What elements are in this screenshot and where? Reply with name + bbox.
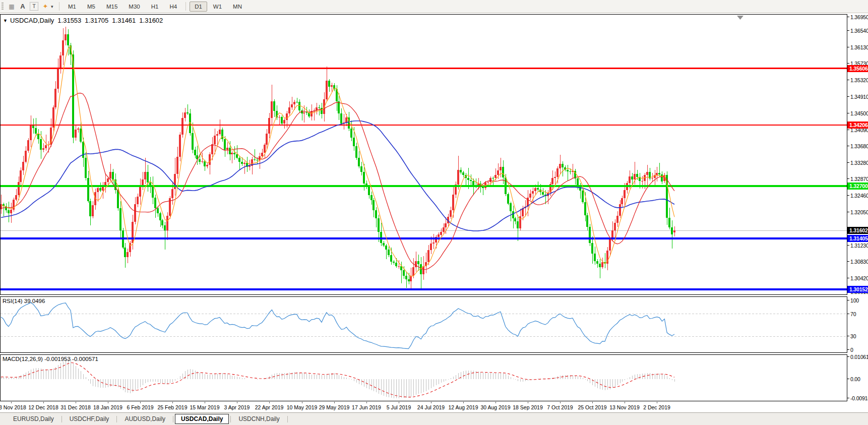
axis-tick-label: 1.36540 — [847, 28, 868, 34]
date-axis-tick — [172, 402, 173, 403]
symbol-tab-usdcad[interactable]: USDCAD,Daily — [175, 414, 229, 424]
date-axis-tick — [334, 402, 335, 403]
chart-symbol-label: USDCAD,Daily — [10, 17, 54, 24]
toolbar: ▦ A T ✦ ▾ M1M5M15M30H1H4D1W1MN — [0, 0, 868, 13]
rsi-indicator-panel[interactable] — [0, 296, 847, 353]
timeframe-button-m5[interactable]: M5 — [82, 2, 100, 12]
date-axis-label: 18 Jan 2019 — [93, 404, 122, 410]
chart-tab-bar: EURUSD,DailyUSDCHF,DailyAUDUSD,DailyUSDC… — [0, 412, 868, 425]
main-price-chart[interactable] — [0, 14, 847, 295]
date-axis-label: 5 Jul 2019 — [387, 404, 411, 410]
chart-ohlc-title: ▼USDCAD,Daily1.315531.317051.314611.3160… — [3, 17, 166, 24]
date-axis-label: 25 Oct 2019 — [578, 404, 606, 410]
axis-tick-label: 70 — [847, 311, 868, 317]
price-level-badge: 1.30152 — [847, 286, 868, 293]
price-level-badge: 1.35606 — [847, 65, 868, 72]
axis-tick-label: 0.010615 — [847, 354, 868, 360]
axis-tick-label: 1.34910 — [847, 94, 868, 100]
axis-tick-label: 1.32460 — [847, 193, 868, 199]
macd-indicator-label: MACD(12,26,9) -0.001953 -0.000571 — [3, 356, 98, 362]
date-axis-tick — [302, 402, 302, 403]
axis-tick-label: 1.30830 — [847, 259, 868, 265]
tab-separator — [230, 416, 231, 422]
symbol-tab-usdchf[interactable]: USDCHF,Daily — [64, 414, 115, 424]
axis-tick-label: 1.34500 — [847, 110, 868, 116]
date-axis-tick — [625, 402, 625, 403]
date-axis-label: 23 Nov 2018 — [0, 404, 26, 410]
date-axis-label: 18 Sep 2019 — [513, 404, 543, 410]
timeframe-button-m15[interactable]: M15 — [101, 2, 122, 12]
ohlc-high: 1.31705 — [85, 17, 108, 24]
date-axis-tick — [237, 402, 237, 403]
date-axis[interactable]: 23 Nov 201812 Dec 201831 Dec 201818 Jan … — [0, 402, 868, 412]
axis-tick-label: 100 — [847, 297, 868, 303]
price-level-badge: 1.31602 — [847, 227, 868, 234]
timeframe-button-h1[interactable]: H1 — [146, 2, 164, 12]
date-axis-tick — [11, 402, 12, 403]
date-axis-tick — [657, 402, 657, 403]
toolbar-drag-handle[interactable] — [2, 3, 4, 11]
date-axis-label: 25 Feb 2019 — [158, 404, 188, 410]
axis-tick-label: 1.35320 — [847, 77, 868, 83]
date-axis-label: 31 Dec 2018 — [60, 404, 91, 410]
date-axis-label: 3 Apr 2019 — [224, 404, 250, 410]
timeframe-button-d1[interactable]: D1 — [190, 2, 207, 12]
toolbar-separator — [185, 2, 186, 11]
date-axis-label: 24 Jul 2019 — [417, 404, 445, 410]
ohlc-low: 1.31461 — [112, 17, 136, 24]
symbol-tab-eurusd[interactable]: EURUSD,Daily — [7, 414, 60, 424]
timeframe-button-m1[interactable]: M1 — [63, 2, 81, 12]
axis-tick-label: 0 — [847, 347, 868, 353]
text-label-icon[interactable]: T — [30, 2, 38, 11]
chart-grid-icon[interactable]: ▦ — [6, 3, 17, 10]
date-axis-tick — [560, 402, 561, 403]
axis-tick-label: 0.00 — [847, 376, 868, 382]
date-axis-tick — [269, 402, 270, 403]
tab-separator — [287, 416, 288, 422]
timeframe-button-m30[interactable]: M30 — [123, 2, 145, 12]
date-axis-label: 7 Oct 2019 — [547, 404, 573, 410]
axis-tick-label: 1.36950 — [847, 14, 868, 20]
date-axis-tick — [76, 402, 76, 403]
date-axis-label: 15 Mar 2019 — [190, 404, 220, 410]
axis-tick-label: 1.32050 — [847, 209, 868, 215]
tab-separator — [116, 416, 117, 422]
timeframe-button-h4[interactable]: H4 — [164, 2, 182, 12]
date-axis-label: 10 May 2019 — [287, 404, 318, 410]
date-axis-tick — [463, 402, 464, 403]
date-axis-label: 17 Jun 2019 — [352, 404, 381, 410]
date-axis-label: 12 Dec 2018 — [28, 404, 58, 410]
axis-tick-label: 1.30420 — [847, 275, 868, 281]
date-axis-tick — [43, 402, 44, 403]
colors-icon[interactable]: ✦ — [40, 3, 51, 10]
price-level-badge: 1.32700 — [847, 183, 868, 190]
date-axis-label: 30 Aug 2019 — [481, 404, 511, 410]
date-axis-tick — [140, 402, 141, 403]
macd-indicator-panel[interactable] — [0, 354, 847, 401]
symbol-tab-audusd[interactable]: AUDUSD,Daily — [118, 414, 171, 424]
date-axis-label: 22 Apr 2019 — [255, 404, 284, 410]
date-axis-tick — [366, 402, 367, 403]
tab-separator — [61, 416, 62, 422]
timeframe-button-w1[interactable]: W1 — [208, 2, 227, 12]
date-axis-tick — [205, 402, 205, 403]
symbol-tab-usdcnh[interactable]: USDCNH,Daily — [232, 414, 285, 424]
collapse-triangle-icon[interactable]: ▼ — [3, 18, 8, 23]
date-axis-label: 29 May 2019 — [319, 404, 350, 410]
tab-separator — [173, 416, 173, 422]
date-axis-tick — [399, 402, 399, 403]
date-axis-tick — [108, 402, 108, 403]
ohlc-close: 1.31602 — [139, 17, 163, 24]
date-axis-tick — [592, 402, 593, 403]
price-level-badge: 1.34206 — [847, 122, 868, 129]
colors-dropdown-caret[interactable]: ▾ — [51, 4, 56, 9]
date-axis-label: 6 Feb 2019 — [127, 404, 153, 410]
axis-tick-label: 1.33680 — [847, 143, 868, 149]
timeframe-button-mn[interactable]: MN — [228, 2, 247, 12]
axis-tick-label: -0.00918 — [847, 395, 868, 401]
axis-tick-label: 1.33280 — [847, 160, 868, 166]
font-tool-icon[interactable]: A — [17, 3, 28, 10]
axis-tick-label: 1.31230 — [847, 242, 868, 249]
date-axis-tick — [528, 402, 528, 403]
date-axis-tick — [431, 402, 431, 403]
